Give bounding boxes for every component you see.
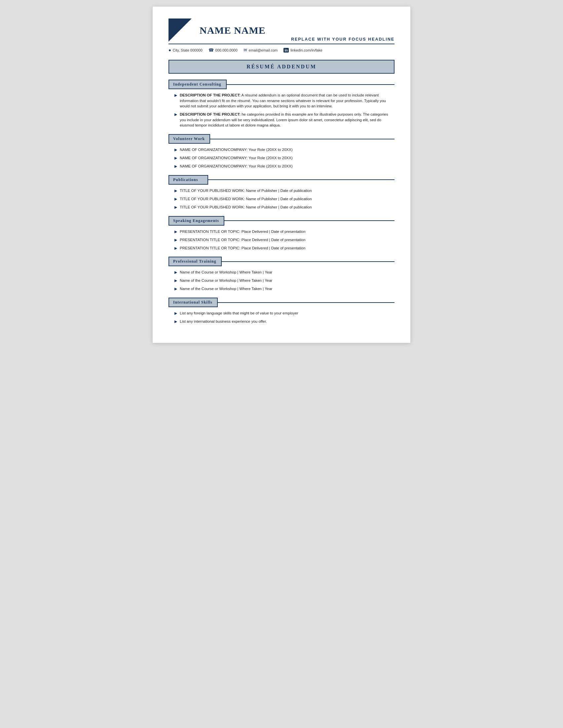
addendum-title: Résumé Addendum — [246, 64, 317, 69]
list-item: ▶PRESENTATION TITLE OR TOPIC: Place Deli… — [174, 245, 394, 251]
list-item-text: Name of the Course or Workshop | Where T… — [180, 278, 272, 283]
list-item-text: NAME OF ORGANIZATION/COMPANY: Your Role … — [180, 164, 292, 169]
bullet-arrow-icon: ▶ — [174, 156, 177, 161]
resume-page: Name Name Replace with your focus headli… — [153, 7, 410, 343]
list-item-text: List any international business experien… — [180, 319, 267, 324]
contact-phone: ☎ 000.000.0000 — [208, 48, 238, 53]
email-icon: ✉ — [244, 48, 247, 53]
location-icon: ● — [169, 48, 171, 53]
bullet-arrow-icon: ▶ — [174, 205, 177, 210]
section-line-0 — [227, 84, 394, 85]
bullet-arrow-icon: ▶ — [174, 270, 177, 275]
list-item: ▶List any foreign language skills that m… — [174, 310, 394, 316]
header-name-block: Name Name — [200, 25, 266, 36]
list-item: ▶List any international business experie… — [174, 319, 394, 324]
header-left: Name Name — [169, 18, 291, 42]
addendum-section: Résumé Addendum — [169, 60, 394, 74]
section-title-row-3: Speaking Engagements — [169, 216, 394, 226]
list-item-text: NAME OF ORGANIZATION/COMPANY: Your Role … — [180, 155, 292, 161]
sections-container: Independent Consulting▶DESCRIPTION OF TH… — [169, 80, 394, 324]
section-title-row-2: Publications — [169, 175, 394, 185]
logo — [169, 18, 192, 42]
bullet-arrow-icon: ▶ — [174, 188, 177, 194]
list-item-text: DESCRIPTION OF THE PROJECT: A résumé add… — [180, 92, 394, 109]
list-item: ▶NAME OF ORGANIZATION/COMPANY: Your Role… — [174, 155, 394, 161]
section-line-2 — [208, 179, 394, 180]
bullet-arrow-icon: ▶ — [174, 237, 177, 243]
list-item: ▶Name of the Course or Workshop | Where … — [174, 286, 394, 292]
section-line-5 — [218, 302, 394, 303]
contact-email: ✉ email@email.com — [244, 48, 278, 53]
bullet-arrow-icon: ▶ — [174, 311, 177, 316]
section-list-5: ▶List any foreign language skills that m… — [169, 310, 394, 324]
list-item: ▶Name of the Course or Workshop | Where … — [174, 278, 394, 283]
bullet-arrow-icon: ▶ — [174, 147, 177, 153]
phone-text: 000.000.0000 — [215, 48, 238, 52]
section-title-row-5: International Skills — [169, 298, 394, 307]
section-title-row-4: Professional Training — [169, 257, 394, 266]
list-item: ▶DESCRIPTION OF THE PROJECT: he categori… — [174, 112, 394, 128]
section-title-1: Volunteer Work — [169, 134, 210, 144]
linkedin-text: linkedin.com/in/fake — [290, 48, 322, 52]
list-item: ▶PRESENTATION TITLE OR TOPIC: Place Deli… — [174, 229, 394, 235]
contact-linkedin: in linkedin.com/in/fake — [283, 48, 322, 53]
section-title-3: Speaking Engagements — [169, 216, 224, 226]
list-item-text: PRESENTATION TITLE OR TOPIC: Place Deliv… — [180, 237, 305, 243]
list-item-text: DESCRIPTION OF THE PROJECT: he categorie… — [180, 112, 394, 128]
section-title-5: International Skills — [169, 298, 218, 307]
list-item: ▶TITLE OF YOUR PUBLISHED WORK: Name of P… — [174, 188, 394, 194]
focus-headline: Replace with your focus headline — [291, 37, 394, 42]
list-item: ▶DESCRIPTION OF THE PROJECT: A résumé ad… — [174, 92, 394, 109]
section-list-0: ▶DESCRIPTION OF THE PROJECT: A résumé ad… — [169, 92, 394, 128]
section-line-4 — [222, 261, 394, 262]
header-divider — [169, 44, 394, 44]
header: Name Name Replace with your focus headli… — [169, 18, 394, 42]
list-item-text: Name of the Course or Workshop | Where T… — [180, 270, 272, 275]
bullet-arrow-icon: ▶ — [174, 319, 177, 324]
contact-row: ● City, State 000000 ☎ 000.000.0000 ✉ em… — [169, 48, 394, 53]
list-item: ▶NAME OF ORGANIZATION/COMPANY: Your Role… — [174, 164, 394, 169]
list-item: ▶PRESENTATION TITLE OR TOPIC: Place Deli… — [174, 237, 394, 243]
linkedin-icon: in — [283, 48, 289, 53]
section-title-row-1: Volunteer Work — [169, 134, 394, 144]
list-item-text: NAME OF ORGANIZATION/COMPANY: Your Role … — [180, 147, 292, 153]
bullet-arrow-icon: ▶ — [174, 112, 177, 117]
contact-location: ● City, State 000000 — [169, 48, 203, 53]
section-list-2: ▶TITLE OF YOUR PUBLISHED WORK: Name of P… — [169, 188, 394, 210]
section-title-2: Publications — [169, 175, 208, 185]
list-item-text: PRESENTATION TITLE OR TOPIC: Place Deliv… — [180, 245, 305, 251]
person-name: Name Name — [200, 25, 266, 36]
section-title-row-0: Independent Consulting — [169, 80, 394, 89]
list-item: ▶TITLE OF YOUR PUBLISHED WORK: Name of P… — [174, 196, 394, 202]
list-item-text: TITLE OF YOUR PUBLISHED WORK: Name of Pu… — [180, 196, 312, 202]
section-list-1: ▶NAME OF ORGANIZATION/COMPANY: Your Role… — [169, 147, 394, 169]
bullet-arrow-icon: ▶ — [174, 93, 177, 98]
bullet-arrow-icon: ▶ — [174, 229, 177, 235]
section-title-4: Professional Training — [169, 257, 222, 266]
bullet-arrow-icon: ▶ — [174, 246, 177, 251]
section-title-0: Independent Consulting — [169, 80, 227, 89]
bullet-arrow-icon: ▶ — [174, 164, 177, 169]
bullet-arrow-icon: ▶ — [174, 278, 177, 283]
list-item: ▶NAME OF ORGANIZATION/COMPANY: Your Role… — [174, 147, 394, 153]
list-item-text: TITLE OF YOUR PUBLISHED WORK: Name of Pu… — [180, 188, 312, 194]
bullet-arrow-icon: ▶ — [174, 286, 177, 292]
section-line-3 — [224, 220, 394, 221]
section-list-3: ▶PRESENTATION TITLE OR TOPIC: Place Deli… — [169, 229, 394, 251]
section-line-1 — [210, 139, 394, 139]
svg-rect-2 — [169, 18, 178, 22]
list-item-text: TITLE OF YOUR PUBLISHED WORK: Name of Pu… — [180, 204, 312, 210]
addendum-banner: Résumé Addendum — [169, 60, 394, 74]
header-right: Replace with your focus headline — [291, 18, 394, 42]
list-item-text: PRESENTATION TITLE OR TOPIC: Place Deliv… — [180, 229, 305, 235]
bullet-arrow-icon: ▶ — [174, 197, 177, 202]
list-item: ▶Name of the Course or Workshop | Where … — [174, 270, 394, 275]
section-list-4: ▶Name of the Course or Workshop | Where … — [169, 270, 394, 292]
location-text: City, State 000000 — [173, 48, 203, 52]
list-item: ▶TITLE OF YOUR PUBLISHED WORK: Name of P… — [174, 204, 394, 210]
list-item-text: Name of the Course or Workshop | Where T… — [180, 286, 272, 292]
email-text: email@email.com — [249, 48, 278, 52]
phone-icon: ☎ — [208, 48, 214, 53]
list-item-text: List any foreign language skills that mi… — [180, 310, 298, 316]
